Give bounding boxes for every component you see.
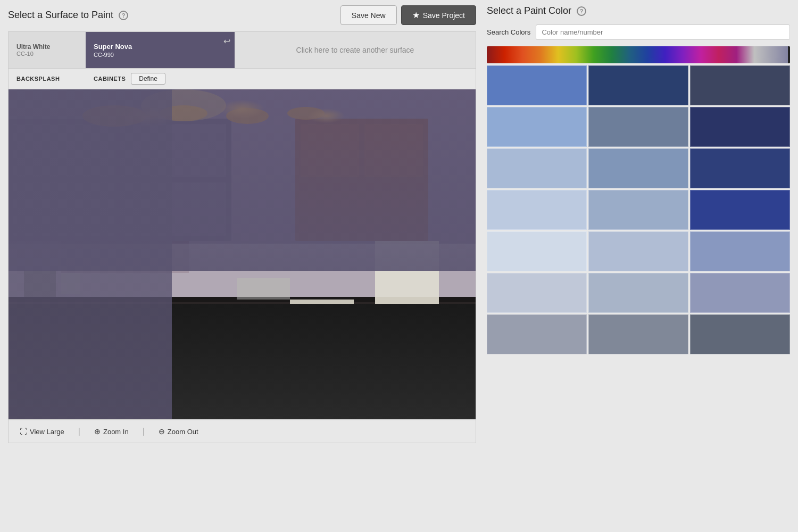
- zoom-out-label: Zoom Out: [168, 428, 198, 436]
- zoom-in-icon: ⊕: [94, 427, 101, 436]
- surface-selector: Ultra White CC-10 Super Nova CC-990 ↩ Cl…: [8, 31, 476, 69]
- left-section-title: Select a Surface to Paint: [8, 10, 113, 21]
- color-swatch[interactable]: [487, 190, 587, 230]
- color-gradient-bar[interactable]: [487, 46, 790, 63]
- color-swatch[interactable]: [487, 231, 587, 271]
- color-swatch[interactable]: [487, 314, 587, 354]
- color-swatch[interactable]: [690, 273, 790, 313]
- header-buttons: Save New ★ Save Project: [340, 5, 476, 25]
- undo-icon[interactable]: ↩: [223, 36, 230, 46]
- view-large-icon: ⛶: [20, 427, 27, 436]
- left-help-icon[interactable]: ?: [119, 11, 128, 20]
- save-new-button[interactable]: Save New: [340, 5, 397, 25]
- color-swatches-grid: [487, 65, 790, 354]
- color-swatch[interactable]: [690, 190, 790, 230]
- separator-2: |: [143, 427, 145, 436]
- color-swatch[interactable]: [588, 231, 688, 271]
- view-large-label: View Large: [30, 428, 64, 436]
- backsplash-color-code: CC-10: [16, 51, 78, 57]
- color-swatch[interactable]: [588, 65, 688, 105]
- create-surface-text: Click here to create another surface: [296, 46, 414, 54]
- color-swatch[interactable]: [690, 107, 790, 147]
- cabinets-label-area: CABINETS Define: [86, 73, 235, 85]
- zoom-out-button[interactable]: ⊖ Zoom Out: [155, 426, 202, 437]
- backsplash-color-name: Ultra White: [16, 43, 78, 51]
- separator-1: |: [78, 427, 80, 436]
- star-icon: ★: [412, 10, 420, 20]
- color-swatch[interactable]: [588, 148, 688, 188]
- save-project-label: Save Project: [423, 11, 465, 20]
- left-panel: Select a Surface to Paint ? Save New ★ S…: [8, 5, 476, 527]
- search-colors-label: Search Colors: [487, 28, 530, 36]
- color-swatch[interactable]: [690, 231, 790, 271]
- search-colors-input[interactable]: [536, 24, 790, 40]
- surface-label-row: BACKSPLASH CABINETS Define: [8, 69, 476, 89]
- color-swatch[interactable]: [690, 314, 790, 354]
- color-swatch[interactable]: [487, 273, 587, 313]
- cabinets-color-name: Super Nova: [94, 43, 227, 51]
- right-section-title: Select a Paint Color: [487, 5, 571, 16]
- define-button[interactable]: Define: [131, 73, 165, 85]
- color-swatch[interactable]: [487, 107, 587, 147]
- header-row: Select a Surface to Paint ? Save New ★ S…: [8, 5, 476, 25]
- cabinets-color-code: CC-990: [94, 52, 227, 58]
- color-swatch[interactable]: [690, 65, 790, 105]
- color-swatch[interactable]: [690, 148, 790, 188]
- color-swatch[interactable]: [588, 273, 688, 313]
- zoom-out-icon: ⊖: [159, 427, 165, 436]
- image-container: [8, 89, 476, 420]
- zoom-in-button[interactable]: ⊕ Zoom In: [91, 426, 132, 437]
- color-swatch[interactable]: [588, 190, 688, 230]
- image-controls: ⛶ View Large | ⊕ Zoom In | ⊖ Zoom Out: [8, 420, 476, 443]
- zoom-in-label: Zoom In: [103, 428, 129, 436]
- kitchen-image: [9, 89, 476, 419]
- color-swatch[interactable]: [487, 65, 587, 105]
- backsplash-label: BACKSPLASH: [9, 76, 86, 82]
- color-swatch[interactable]: [588, 107, 688, 147]
- surface-tab-backsplash[interactable]: Ultra White CC-10: [9, 32, 86, 68]
- view-large-button[interactable]: ⛶ View Large: [16, 426, 68, 437]
- search-colors-row: Search Colors: [487, 24, 790, 40]
- color-swatch[interactable]: [588, 314, 688, 354]
- save-project-button[interactable]: ★ Save Project: [401, 5, 476, 25]
- surface-tab-cabinets[interactable]: Super Nova CC-990 ↩: [86, 32, 235, 68]
- cabinet-overlay: [9, 89, 476, 419]
- cabinets-label: CABINETS: [94, 76, 126, 82]
- right-header-row: Select a Paint Color ?: [487, 5, 790, 16]
- right-panel: Select a Paint Color ? Search Colors: [487, 5, 790, 527]
- color-swatch[interactable]: [487, 148, 587, 188]
- create-surface-area[interactable]: Click here to create another surface: [235, 32, 476, 68]
- right-help-icon[interactable]: ?: [577, 6, 586, 16]
